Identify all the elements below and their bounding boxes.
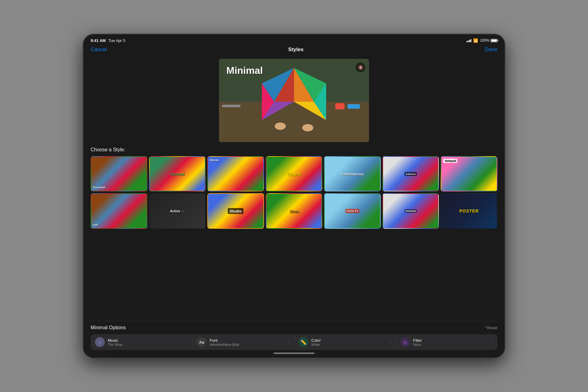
style-minimal-partial-label: mal bbox=[93, 223, 98, 226]
music-option[interactable]: ♪ Music The Shop › bbox=[91, 334, 192, 350]
color-option[interactable]: ✏️ Color White › bbox=[294, 334, 396, 350]
filter-chevron: › bbox=[492, 340, 493, 344]
style-journal-label: Journal bbox=[170, 172, 184, 176]
color-chevron: › bbox=[390, 340, 391, 344]
style-poster-label: POSTER bbox=[459, 209, 479, 213]
filter-text: Filter None bbox=[413, 338, 489, 346]
style-minimal2-label: minimal bbox=[405, 209, 417, 213]
main-content: Minimal 🔇 Choose a Style: Essential bbox=[83, 56, 505, 350]
style-studio[interactable]: Studio bbox=[207, 193, 264, 228]
style-editorial[interactable]: Editorial bbox=[383, 156, 439, 191]
battery-icon bbox=[491, 39, 497, 42]
options-section: Minimal Options ⌃Reset ♪ Music The Shop … bbox=[91, 321, 497, 350]
style-blocks-label: Blocks bbox=[210, 159, 219, 162]
style-contemporary-label: Contemporary bbox=[341, 172, 364, 176]
reset-button[interactable]: ⌃Reset bbox=[484, 326, 497, 330]
style-studio-label: Studio bbox=[228, 208, 243, 214]
done-button[interactable]: Done bbox=[485, 47, 497, 53]
style-slide-label: Slide bbox=[289, 209, 299, 213]
ipad-device: 9:41 AM Tue Apr 5 📶 100% bbox=[83, 34, 505, 358]
music-text: Music The Shop bbox=[108, 338, 183, 346]
wifi-icon: 📶 bbox=[473, 38, 478, 43]
color-text: Color White bbox=[311, 338, 387, 346]
style-editorial-label: Editorial bbox=[405, 172, 417, 176]
status-bar: 9:41 AM Tue Apr 5 📶 100% bbox=[83, 34, 505, 45]
cancel-button[interactable]: Cancel bbox=[91, 47, 107, 53]
svg-rect-12 bbox=[348, 104, 360, 109]
style-essential[interactable]: Essential bbox=[91, 156, 147, 191]
style-charm-label: Charm bbox=[287, 171, 301, 176]
status-time: 9:41 AM bbox=[91, 38, 106, 43]
svg-rect-11 bbox=[335, 103, 345, 109]
home-bar bbox=[273, 352, 315, 354]
video-title: Minimal bbox=[226, 65, 263, 76]
battery-indicator: 100% bbox=[480, 38, 497, 43]
signal-icon bbox=[466, 39, 472, 42]
options-row: ♪ Music The Shop › Aa Font HelveticaNeue… bbox=[91, 334, 497, 350]
font-label: Font bbox=[209, 338, 285, 343]
color-icon: ✏️ bbox=[299, 337, 308, 347]
options-title: Minimal Options bbox=[91, 325, 126, 330]
styles-row-2: mal Active → Studio Slide bbox=[91, 193, 497, 228]
font-icon: Aa bbox=[197, 337, 206, 347]
video-preview-container: Minimal 🔇 bbox=[91, 56, 497, 147]
filter-value: None bbox=[413, 343, 489, 346]
filter-icon: ◎ bbox=[400, 337, 410, 347]
style-minimal-partial[interactable]: mal bbox=[91, 193, 147, 228]
options-header: Minimal Options ⌃Reset bbox=[91, 325, 497, 330]
style-contemporary[interactable]: Contemporary bbox=[324, 156, 381, 191]
style-minimal2[interactable]: minimal bbox=[383, 193, 439, 228]
style-blocks[interactable]: Blocks bbox=[207, 156, 264, 191]
style-charm[interactable]: Charm bbox=[266, 156, 322, 191]
music-value: The Shop bbox=[108, 343, 183, 346]
home-indicator bbox=[83, 350, 505, 358]
navigation-bar: Cancel Styles Done bbox=[83, 45, 505, 56]
font-text: Font HelveticaNeue Bold bbox=[209, 338, 285, 346]
style-santa-fe-label: Santa Fe bbox=[345, 209, 360, 213]
music-label: Music bbox=[108, 338, 183, 343]
style-journal[interactable]: Journal bbox=[149, 156, 206, 191]
music-icon: ♪ bbox=[95, 337, 105, 347]
style-section: Choose a Style: Essential Journal Blocks bbox=[91, 147, 497, 318]
video-preview: Minimal 🔇 bbox=[219, 59, 369, 142]
style-active[interactable]: Active → bbox=[149, 193, 206, 228]
style-santa-fe[interactable]: Santa Fe bbox=[324, 193, 381, 228]
battery-percent: 100% bbox=[480, 38, 489, 43]
style-active-label: Active → bbox=[170, 209, 184, 213]
font-chevron: › bbox=[288, 340, 290, 344]
style-essential-label: Essential bbox=[93, 186, 105, 189]
svg-rect-10 bbox=[222, 105, 240, 107]
page-title: Styles bbox=[288, 47, 303, 53]
status-date: Tue Apr 5 bbox=[108, 38, 125, 43]
mute-button[interactable]: 🔇 bbox=[356, 62, 365, 72]
style-slide[interactable]: Slide bbox=[266, 193, 322, 228]
status-icons: 📶 100% bbox=[466, 38, 497, 43]
style-poster[interactable]: POSTER bbox=[441, 193, 497, 228]
color-value: White bbox=[311, 343, 387, 346]
font-value: HelveticaNeue Bold bbox=[209, 343, 285, 346]
music-chevron: › bbox=[187, 340, 188, 344]
styles-row-1: Essential Journal Blocks Charm bbox=[91, 156, 497, 191]
filter-label: Filter bbox=[413, 338, 489, 343]
style-notepad-label: Notepad bbox=[443, 159, 457, 163]
svg-point-14 bbox=[302, 124, 313, 131]
section-label: Choose a Style: bbox=[91, 147, 497, 153]
font-option[interactable]: Aa Font HelveticaNeue Bold › bbox=[192, 334, 294, 350]
mute-icon: 🔇 bbox=[358, 65, 363, 70]
color-label: Color bbox=[311, 338, 387, 343]
filter-option[interactable]: ◎ Filter None › bbox=[396, 334, 497, 350]
svg-rect-1 bbox=[219, 102, 369, 142]
style-notepad[interactable]: Notepad bbox=[441, 156, 497, 191]
svg-point-13 bbox=[275, 123, 286, 130]
